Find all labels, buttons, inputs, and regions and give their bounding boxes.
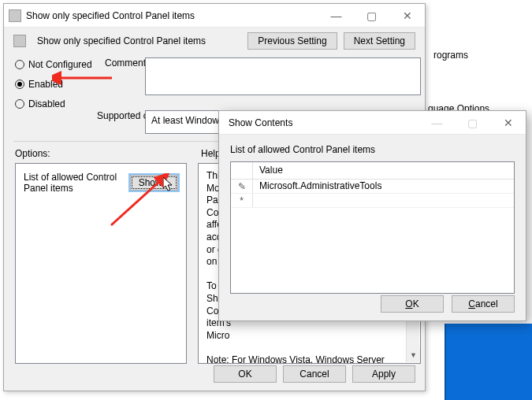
radio-label: Not Configured	[28, 59, 92, 70]
options-label: Options:	[15, 148, 50, 159]
close-button[interactable]: ✕	[389, 4, 425, 27]
next-setting-button[interactable]: Next Setting	[344, 32, 415, 50]
value-grid[interactable]: Value ✎ Microsoft.AdministrativeTools *	[230, 161, 515, 294]
options-row-label: List of allowed Control Panel items	[24, 172, 122, 194]
cancel-button[interactable]: Cancel	[283, 365, 346, 383]
radio-label: Disabled	[28, 98, 65, 109]
row-edit-icon: ✎	[231, 180, 253, 193]
modal-minimize-button[interactable]: —	[419, 111, 455, 134]
modal-buttons: OK Cancel	[381, 295, 515, 313]
grid-cell-value[interactable]	[253, 194, 514, 207]
row-new-icon: *	[231, 194, 253, 207]
policy-icon	[13, 35, 26, 47]
apply-button[interactable]: Apply	[352, 365, 415, 383]
modal-titlebar: Show Contents — ▢ ✕	[219, 111, 526, 135]
grid-header-value: Value	[253, 162, 514, 179]
cursor-icon	[163, 177, 176, 193]
window-title: Show only specified Control Panel items	[26, 10, 318, 21]
modal-list-label: List of allowed Control Panel items	[230, 144, 515, 155]
state-radiogroup: Not Configured Enabled Disabled	[15, 54, 102, 113]
comment-textarea[interactable]	[145, 57, 421, 95]
options-panel: List of allowed Control Panel items Show…	[15, 163, 187, 364]
comment-label: Comment:	[105, 57, 148, 69]
grid-header: Value	[231, 162, 514, 180]
modal-title: Show Contents	[224, 117, 419, 128]
minimize-button[interactable]: —	[318, 4, 354, 27]
window-icon	[9, 9, 21, 22]
policy-subtitle: Show only specified Control Panel items	[37, 35, 241, 46]
radio-icon	[15, 99, 24, 109]
grid-cell-value[interactable]: Microsoft.AdministrativeTools	[253, 180, 514, 193]
ok-button[interactable]: OK	[214, 365, 277, 383]
modal-ok-button[interactable]: OK	[381, 295, 444, 313]
radio-not-configured[interactable]: Not Configured	[15, 54, 102, 74]
radio-enabled[interactable]: Enabled	[15, 74, 102, 94]
radio-label: Enabled	[28, 79, 63, 90]
grid-row[interactable]: ✎ Microsoft.AdministrativeTools	[231, 180, 514, 194]
previous-setting-button[interactable]: Previous Setting	[247, 32, 337, 50]
maximize-button[interactable]: ▢	[354, 4, 389, 27]
modal-cancel-button[interactable]: Cancel	[452, 295, 515, 313]
radio-icon	[15, 80, 24, 89]
modal-close-button[interactable]: ✕	[490, 111, 526, 134]
titlebar: Show only specified Control Panel items …	[4, 4, 425, 28]
background-text-1: rograms	[433, 50, 468, 61]
scroll-down-icon[interactable]: ▼	[407, 349, 420, 362]
dialog-buttons: OK Cancel Apply	[214, 365, 415, 383]
show-contents-dialog: Show Contents — ▢ ✕ List of allowed Cont…	[218, 110, 526, 321]
radio-disabled[interactable]: Disabled	[15, 94, 102, 113]
background-window	[445, 324, 532, 400]
grid-row-new[interactable]: *	[231, 194, 514, 208]
modal-maximize-button[interactable]: ▢	[455, 111, 490, 134]
radio-icon	[15, 60, 24, 69]
